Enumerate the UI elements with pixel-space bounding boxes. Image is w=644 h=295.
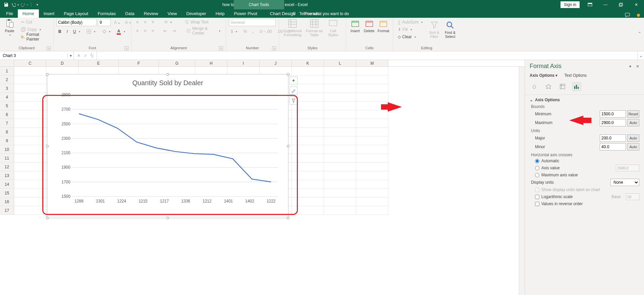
row-header[interactable]: 17 [0, 206, 14, 215]
tab-insert[interactable]: Insert [39, 9, 59, 18]
cell[interactable] [14, 206, 46, 215]
paste-button[interactable]: Paste▾ [3, 19, 16, 37]
crosses-max-radio[interactable]: Maximum axis value [535, 173, 639, 177]
embedded-chart[interactable]: Quantity Sold by Dealer 2900270025002300… [47, 74, 288, 218]
cell[interactable] [356, 119, 388, 128]
cell[interactable] [324, 154, 356, 163]
copy-button[interactable]: Copy▾ [19, 26, 51, 33]
tab-review[interactable]: Review [139, 9, 163, 18]
cell[interactable] [292, 128, 324, 136]
tab-formulas[interactable]: Formulas [93, 9, 120, 18]
bounds-max-input[interactable] [600, 119, 626, 126]
align-left-icon[interactable]: ≡ [134, 27, 141, 34]
alignment-launcher-icon[interactable]: ⤡ [219, 46, 223, 50]
row-header[interactable]: 8 [0, 128, 14, 136]
format-cells-button[interactable]: Format [377, 19, 390, 33]
sort-filter-button[interactable]: Sort & Filter [427, 20, 442, 39]
row-header[interactable]: 5 [0, 102, 14, 110]
cell[interactable] [324, 67, 356, 75]
cell[interactable] [356, 163, 388, 171]
align-right-icon[interactable]: ≡ [150, 27, 156, 34]
cell[interactable] [14, 119, 46, 128]
units-major-input[interactable] [600, 134, 626, 142]
cell[interactable] [292, 180, 324, 189]
chart-title[interactable]: Quantity Sold by Dealer [47, 74, 288, 87]
row-header[interactable]: 15 [0, 189, 14, 197]
tab-view[interactable]: View [163, 9, 181, 18]
decrease-indent-icon[interactable]: ⇤ [162, 27, 169, 34]
cell[interactable] [14, 84, 46, 93]
expand-formula-bar-icon[interactable]: ⌄ [637, 51, 644, 60]
pane-tab-axis-options[interactable]: Axis Options ▾ [530, 73, 557, 78]
cell[interactable] [324, 128, 356, 136]
cell[interactable] [356, 180, 388, 189]
align-middle-icon[interactable]: ≡ [142, 19, 148, 25]
fill-line-icon[interactable] [530, 82, 539, 91]
cell[interactable] [292, 67, 324, 75]
plot-area[interactable]: 2900270025002300210019001700150012881301… [57, 93, 281, 204]
vertical-scrollbar[interactable] [519, 67, 525, 295]
increase-indent-icon[interactable]: ⇥ [170, 27, 178, 34]
tab-power-pivot[interactable]: Power Pivot [229, 9, 262, 18]
row-header[interactable]: 14 [0, 180, 14, 189]
format-painter-button[interactable]: Format Painter [19, 34, 51, 40]
crosses-axis-value-radio[interactable]: Axis value [535, 165, 639, 171]
align-top-icon[interactable]: ≡ [134, 19, 141, 25]
cell[interactable] [356, 75, 388, 84]
axis-options-icon[interactable] [572, 82, 581, 91]
fill-color-button[interactable]: ▾ [100, 28, 113, 35]
cell[interactable] [14, 180, 46, 189]
collapse-ribbon-icon[interactable]: ⌃ [638, 31, 641, 36]
size-properties-icon[interactable] [558, 82, 567, 91]
row-header[interactable]: 9 [0, 136, 14, 145]
cell[interactable] [356, 154, 388, 163]
name-box-dropdown-icon[interactable]: ▾ [67, 53, 73, 58]
comments-icon[interactable] [625, 12, 630, 18]
reverse-order-check[interactable]: Values in reverse order [535, 201, 639, 206]
row-header[interactable]: 4 [0, 93, 14, 102]
cell[interactable] [356, 93, 388, 102]
row-header[interactable]: 7 [0, 119, 14, 128]
worksheet[interactable]: C D E F G H I J K L M 123456789101112131… [0, 60, 525, 295]
tab-home[interactable]: Home [18, 9, 39, 18]
col-header[interactable]: L [324, 60, 356, 66]
fill-button[interactable]: ⬇Fill▾ [396, 26, 426, 33]
row-header[interactable]: 1 [0, 67, 14, 75]
cell[interactable] [324, 119, 356, 128]
cell-styles-button[interactable]: Cell Styles [325, 19, 341, 37]
chart-styles-button[interactable] [289, 86, 298, 95]
tab-file[interactable]: File [1, 9, 18, 18]
cell[interactable] [292, 119, 324, 128]
increase-decimal-icon[interactable]: .0→.00 [257, 28, 274, 35]
cell[interactable] [14, 197, 46, 206]
autosum-button[interactable]: ∑AutoSum▾ [396, 19, 426, 25]
font-name-select[interactable] [56, 19, 97, 26]
italic-button[interactable]: I [65, 28, 70, 35]
orientation-icon[interactable]: ⟲▾ [162, 19, 174, 25]
number-launcher-icon[interactable]: ⤡ [272, 46, 276, 50]
col-header[interactable]: E [78, 60, 119, 66]
cell[interactable] [324, 145, 356, 154]
conditional-formatting-button[interactable]: Conditional Formatting [282, 19, 303, 37]
effects-icon[interactable] [544, 82, 553, 91]
customize-qat-icon[interactable]: ▾ [33, 1, 41, 9]
cell[interactable] [324, 206, 356, 215]
find-select-button[interactable]: Find & Select [443, 20, 458, 39]
increase-font-icon[interactable]: A▴ [112, 19, 122, 26]
crosses-automatic-radio[interactable]: Automatic [535, 159, 639, 163]
cell[interactable] [292, 189, 324, 197]
cell[interactable] [356, 145, 388, 154]
percent-format-icon[interactable]: % [241, 28, 249, 35]
cell[interactable] [356, 136, 388, 145]
formula-input[interactable] [97, 51, 637, 60]
ribbon-display-icon[interactable] [582, 0, 598, 9]
log-scale-check[interactable]: Logarithmic scaleBase [535, 193, 639, 200]
pane-options-icon[interactable]: ▾ [629, 64, 631, 69]
cell[interactable] [324, 102, 356, 110]
tab-developer[interactable]: Developer [181, 9, 211, 18]
cell[interactable] [14, 145, 46, 154]
font-size-select[interactable] [98, 19, 111, 26]
row-header[interactable]: 3 [0, 84, 14, 93]
tab-data[interactable]: Data [120, 9, 139, 18]
col-header[interactable]: I [227, 60, 260, 66]
